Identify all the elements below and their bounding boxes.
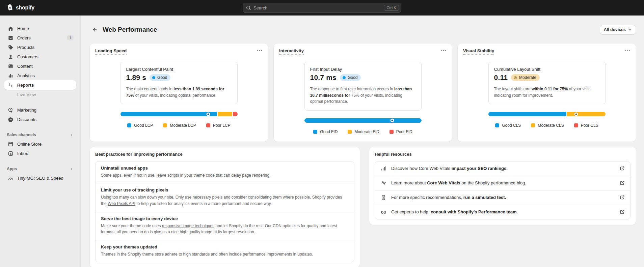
external-link-icon[interactable]	[620, 166, 625, 171]
best-practice-item: Uninstall unused apps Some apps, even if…	[96, 161, 354, 184]
p75-marker	[206, 112, 210, 116]
good-swatch	[127, 123, 131, 127]
external-link-icon[interactable]	[620, 195, 625, 200]
fid-legend: Good FID Moderate FID Poor FID	[279, 129, 447, 134]
customers-icon	[7, 54, 14, 60]
svg-text:%: %	[9, 118, 12, 121]
back-button[interactable]	[90, 25, 99, 34]
best-practice-item: Limit your use of tracking pixels Using …	[96, 183, 354, 212]
p75-marker	[390, 119, 394, 122]
home-icon	[7, 25, 14, 32]
moderate-swatch	[531, 123, 535, 127]
sidebar-section-sales-channels[interactable]: Sales channels ›	[7, 132, 72, 137]
interactivity-card: Interactivity First Input Delay 10.7 ms …	[274, 43, 452, 142]
best-practice-item: Serve the best image to every device Mak…	[96, 212, 354, 240]
online-store-icon	[7, 141, 14, 147]
search-input[interactable]	[253, 5, 384, 10]
orders-icon	[7, 35, 14, 41]
best-practices-title: Best practices for improving performance	[95, 152, 354, 157]
sidebar-item-content[interactable]: Content	[4, 61, 76, 71]
sidebar-item-live-view[interactable]: Live View	[4, 90, 76, 99]
resource-link-row[interactable]: For more specific recommendations, run a…	[375, 190, 630, 205]
good-swatch	[313, 130, 317, 134]
good-segment	[304, 118, 422, 123]
discounts-icon: %	[7, 116, 14, 123]
metric-value: 0.11	[494, 73, 508, 82]
poor-swatch	[206, 123, 210, 127]
metric-value: 1.89 s	[126, 73, 146, 82]
good-swatch	[495, 123, 499, 127]
moderate-warning-icon: ⊘	[514, 76, 517, 80]
page-header: Web Performance All devices	[90, 25, 636, 34]
metric-name: Cumulative Layout Shift	[494, 67, 600, 72]
resource-link-row[interactable]: Discover how Core Web Vitals impact your…	[375, 161, 630, 176]
card-title-loading-speed[interactable]: Loading Speed	[95, 48, 127, 55]
analytics-icon	[7, 72, 14, 79]
chevron-right-icon: ›	[71, 166, 72, 171]
status-badge: Good	[340, 74, 361, 81]
sub-level-arrow-icon	[7, 82, 14, 88]
sidebar-item-tinyimg[interactable]: TinyIMG: SEO & Speed	[4, 173, 76, 183]
speed-gauge-icon	[7, 175, 14, 181]
helpful-resources-panel: Helpful resources Discover how Core Web …	[369, 147, 636, 225]
loading-speed-card: Loading Speed Largest Contentful Paint 1…	[90, 43, 268, 142]
external-link-icon[interactable]	[620, 209, 625, 214]
global-search[interactable]: Ctrl K	[243, 3, 401, 13]
sidebar-item-customers[interactable]: Customers	[4, 52, 76, 61]
status-badge: ⊘ Moderate	[511, 74, 540, 81]
best-practices-list: Uninstall unused apps Some apps, even if…	[95, 161, 354, 263]
metric-name: Largest Contentful Paint	[126, 67, 232, 72]
poor-swatch	[390, 130, 394, 134]
sidebar-item-discounts[interactable]: % Discounts	[4, 115, 76, 124]
card-title-visual-stability[interactable]: Visual Stability	[463, 48, 494, 55]
lcp-legend: Good LCP Moderate LCP Poor LCP	[95, 123, 263, 128]
cls-legend: Good CLS Moderate CLS Poor CLS	[463, 123, 630, 128]
good-dot-icon	[343, 76, 346, 79]
card-menu-button[interactable]	[256, 48, 263, 53]
metric-name: First Input Delay	[310, 67, 416, 72]
web-pixels-api-link[interactable]: Web Pixels API	[108, 201, 135, 206]
sidebar-section-apps[interactable]: Apps ›	[7, 166, 72, 171]
card-menu-button[interactable]	[624, 48, 630, 53]
cls-metric-box: Cumulative Layout Shift 0.11 ⊘ Moderate …	[488, 62, 606, 104]
fid-metric-box: First Input Delay 10.7 ms Good The respo…	[304, 62, 422, 111]
good-segment	[488, 112, 566, 116]
sidebar-item-products[interactable]: Products	[4, 42, 76, 52]
svg-text:S: S	[10, 152, 12, 155]
responsive-image-techniques-link[interactable]: responsive image techniques	[162, 224, 214, 228]
best-practice-item: Keep your themes updated Themes in the S…	[96, 240, 354, 262]
sidebar-item-reports[interactable]: Reports	[4, 80, 76, 90]
moderate-swatch	[163, 123, 167, 127]
sidebar-item-analytics[interactable]: Analytics	[4, 71, 76, 80]
resource-link-row[interactable]: Get experts to help, consult with Shopif…	[375, 205, 630, 219]
status-badge: Good	[150, 74, 170, 81]
card-menu-button[interactable]	[440, 48, 447, 53]
chevron-down-icon	[628, 28, 632, 31]
external-link-icon[interactable]	[620, 180, 625, 185]
sidebar-item-inbox[interactable]: S Inbox	[4, 149, 76, 158]
shopify-wordmark: shopify	[16, 5, 34, 11]
sidebar-item-orders[interactable]: Orders 1	[4, 33, 76, 42]
sidebar-item-online-store[interactable]: Online Store	[4, 139, 76, 149]
content-image-icon	[7, 63, 14, 69]
main-content: Web Performance All devices Loading Spee…	[81, 0, 644, 267]
products-tag-icon	[7, 44, 14, 51]
resource-link-row[interactable]: Learn more about Core Web Vitals on the …	[375, 176, 630, 190]
shopify-logo[interactable]: S shopify	[6, 4, 34, 12]
search-icon	[246, 5, 251, 10]
sidebar-item-home[interactable]: Home	[4, 24, 76, 33]
marketing-target-icon	[7, 107, 14, 113]
metric-description: The response to first user interaction o…	[310, 86, 416, 105]
search-shortcut-hint: Ctrl K	[384, 5, 399, 11]
metric-cards-row: Loading Speed Largest Contentful Paint 1…	[90, 43, 636, 142]
sidebar-item-marketing[interactable]: Marketing	[4, 105, 76, 115]
lcp-metric-box: Largest Contentful Paint 1.89 s Good The…	[120, 62, 238, 104]
helpful-resources-title: Helpful resources	[375, 152, 630, 157]
glasses-icon	[380, 209, 386, 215]
p75-marker	[574, 112, 578, 116]
moderate-swatch	[348, 130, 352, 134]
fid-distribution-bar	[304, 118, 422, 123]
device-filter-button[interactable]: All devices	[600, 25, 636, 34]
card-title-interactivity[interactable]: Interactivity	[279, 48, 304, 55]
hourglass-icon	[380, 195, 386, 201]
